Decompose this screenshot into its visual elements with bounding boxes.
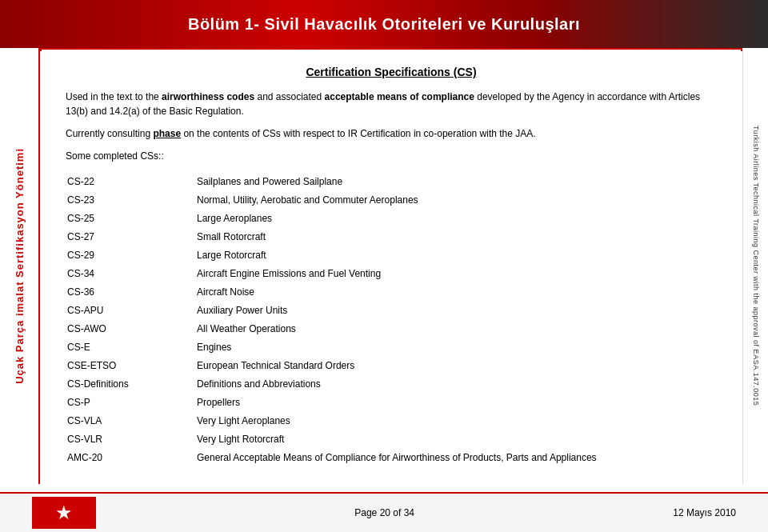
cs-code: CS-Definitions (67, 375, 195, 392)
cs-description: Very Light Rotorcraft (197, 430, 715, 447)
cs-description: European Technical Standard Orders (197, 357, 715, 374)
cs-code: CS-36 (67, 283, 195, 300)
cs-table-row: CS-34Aircraft Engine Emissions and Fuel … (67, 265, 715, 282)
cs-code: CS-29 (67, 246, 195, 263)
para2-before: Currently consulting (66, 128, 153, 139)
cs-description: General Acceptable Means of Compliance f… (197, 449, 715, 466)
header-title: Bölüm 1- Sivil Havacılık Otoriteleri ve … (188, 15, 580, 34)
cs-table: CS-22Sailplanes and Powered SailplaneCS-… (66, 171, 717, 467)
right-sidebar-text: Turkish Airlines Technical Training Cent… (752, 126, 760, 406)
para1-bold1: airworthiness codes (162, 91, 254, 102)
footer: ★ Page 20 of 34 12 Mayıs 2010 (0, 492, 768, 532)
left-sidebar: Uçak Parça imalat Sertifikasyon Yönetimi (0, 48, 40, 484)
cs-code: CS-AWO (67, 320, 195, 337)
cs-description: Sailplanes and Powered Sailplane (197, 173, 715, 190)
cs-description: Small Rotorcraft (197, 228, 715, 245)
cs-code: CS-34 (67, 265, 195, 282)
star-icon: ★ (55, 502, 73, 524)
header: Bölüm 1- Sivil Havacılık Otoriteleri ve … (0, 0, 768, 48)
para1-before: Used in the text to the (66, 91, 162, 102)
cs-table-row: CS-36Aircraft Noise (67, 283, 715, 300)
some-completed-label: Some completed CSs:: (66, 149, 717, 163)
cs-code: CS-23 (67, 191, 195, 208)
footer-page: Page 20 of 34 (354, 507, 414, 518)
paragraph-1: Used in the text to the airworthiness co… (66, 90, 717, 118)
cs-description: All Weather Operations (197, 320, 715, 337)
cs-code: CS-25 (67, 210, 195, 226)
cs-code: CS-E (67, 338, 195, 355)
cs-description: Propellers (197, 394, 715, 410)
cs-table-row: CS-22Sailplanes and Powered Sailplane (67, 173, 715, 190)
cs-table-row: AMC-20General Acceptable Means of Compli… (67, 449, 715, 466)
cs-code: CS-P (67, 394, 195, 410)
cs-description: Large Rotorcraft (197, 246, 715, 263)
cs-description: Aircraft Noise (197, 283, 715, 300)
para1-bold2: acceptable means of compliance (325, 91, 474, 102)
cs-code: CS-22 (67, 173, 195, 190)
para2-underline: phase (153, 128, 181, 139)
content-title: Certification Specifications (CS) (66, 66, 717, 78)
cs-table-row: CS-29Large Rotorcraft (67, 246, 715, 263)
content-body: Used in the text to the airworthiness co… (66, 90, 717, 467)
cs-description: Very Light Aeroplanes (197, 412, 715, 429)
cs-table-row: CS-DefinitionsDefinitions and Abbreviati… (67, 375, 715, 392)
cs-table-row: CS-27Small Rotorcraft (67, 228, 715, 245)
cs-table-row: CS-EEngines (67, 338, 715, 355)
left-sidebar-text: Uçak Parça imalat Sertifikasyon Yönetimi (14, 148, 26, 384)
cs-description: Normal, Utility, Aerobatic and Commuter … (197, 191, 715, 208)
cs-table-row: CS-AWOAll Weather Operations (67, 320, 715, 337)
footer-date: 12 Mayıs 2010 (673, 507, 736, 518)
cs-table-row: CS-VLAVery Light Aeroplanes (67, 412, 715, 429)
cs-code: CS-APU (67, 302, 195, 318)
cs-description: Auxiliary Power Units (197, 302, 715, 318)
cs-table-row: CS-25Large Aeroplanes (67, 210, 715, 226)
cs-code: CS-VLR (67, 430, 195, 447)
cs-code: CS-27 (67, 228, 195, 245)
para1-mid: and associated (254, 91, 324, 102)
cs-description: Large Aeroplanes (197, 210, 715, 226)
cs-description: Aircraft Engine Emissions and Fuel Venti… (197, 265, 715, 282)
cs-table-row: CSE-ETSOEuropean Technical Standard Orde… (67, 357, 715, 374)
cs-code: CSE-ETSO (67, 357, 195, 374)
footer-logo: ★ (32, 497, 96, 529)
cs-description: Engines (197, 338, 715, 355)
cs-table-row: CS-APUAuxiliary Power Units (67, 302, 715, 318)
cs-code: AMC-20 (67, 449, 195, 466)
cs-code: CS-VLA (67, 412, 195, 429)
cs-table-row: CS-PPropellers (67, 394, 715, 410)
main-content: Certification Specifications (CS) Used i… (42, 50, 741, 492)
right-sidebar: Turkish Airlines Technical Training Cent… (742, 48, 768, 484)
para2-after: on the contents of CSs with respect to I… (181, 128, 536, 139)
cs-table-row: CS-VLRVery Light Rotorcraft (67, 430, 715, 447)
cs-description: Definitions and Abbreviations (197, 375, 715, 392)
cs-table-row: CS-23Normal, Utility, Aerobatic and Comm… (67, 191, 715, 208)
paragraph-2: Currently consulting phase on the conten… (66, 126, 717, 141)
